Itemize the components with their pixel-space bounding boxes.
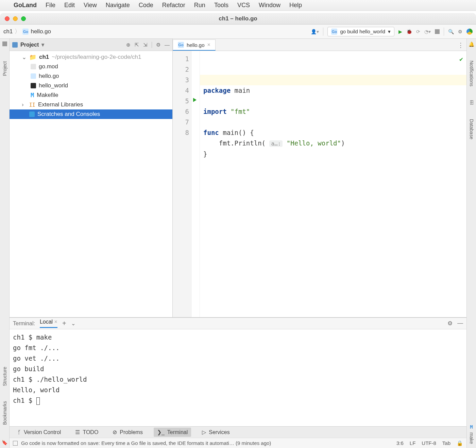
run-button[interactable]: ▶	[398, 29, 402, 34]
tree-external-libraries[interactable]: › ⵊⵊ External Libraries	[10, 100, 172, 109]
go-file-icon	[31, 73, 36, 79]
status-caret-position[interactable]: 3:6	[396, 440, 404, 446]
editor-area: Go hello.go × ⋮ 12345678 ✔ package main …	[173, 39, 466, 317]
jetbrains-toolbox-icon[interactable]	[466, 29, 473, 35]
tree-file-go-mod[interactable]: go.mod	[10, 62, 172, 71]
tree-file-makefile[interactable]: M Makefile	[10, 90, 172, 100]
database-icon[interactable]: 🗄	[469, 100, 474, 105]
folder-icon: 📁	[29, 54, 36, 61]
sidebar-database[interactable]: Database	[469, 119, 474, 139]
status-bar: Go code is now formatted on save: Every …	[10, 438, 466, 448]
menu-run[interactable]: Run	[194, 2, 205, 9]
run-gutter-icon[interactable]	[193, 98, 197, 102]
menu-file[interactable]: File	[46, 2, 55, 9]
run-configuration-selector[interactable]: Go go build hello_world ▾	[327, 27, 394, 36]
menu-edit[interactable]: Edit	[64, 2, 75, 9]
status-line-separator[interactable]: LF	[410, 440, 416, 446]
expand-all-icon[interactable]: ⇱	[135, 42, 139, 48]
library-icon: ⵊⵊ	[29, 101, 35, 108]
terminal-output[interactable]: ch1 $ make go fmt ./... go vet ./... go …	[10, 329, 466, 426]
hide-terminal-icon[interactable]: —	[457, 320, 463, 327]
debug-button[interactable]: 🐞	[406, 29, 412, 34]
tree-scratches[interactable]: Scratches and Consoles	[10, 109, 172, 119]
tree-file-binary[interactable]: hello_world	[10, 81, 172, 90]
tree-scratches-label: Scratches and Consoles	[37, 111, 100, 118]
hide-panel-icon[interactable]: —	[165, 42, 170, 48]
run-toolbar: 👤▾ Go go build hello_world ▾ ▶ 🐞 ⟳ ◔▾ 🔍 …	[311, 27, 473, 36]
search-icon[interactable]: 🔍	[448, 29, 454, 34]
tree-root[interactable]: ⌄ 📁 ch1 ~/projects/learning-go-2e-code/c…	[10, 52, 172, 62]
new-terminal-icon[interactable]: +	[62, 320, 66, 327]
settings-icon[interactable]: ⚙	[458, 29, 462, 34]
tool-version-control[interactable]: ᚶVersion Control	[14, 428, 64, 437]
chevron-down-icon[interactable]: ⌄	[22, 54, 27, 61]
status-message[interactable]: Go code is now formatted on save: Every …	[21, 440, 271, 446]
branch-icon: ᚶ	[18, 429, 21, 435]
editor-tabs[interactable]: Go hello.go × ⋮	[173, 39, 466, 51]
project-tree[interactable]: ⌄ 📁 ch1 ~/projects/learning-go-2e-code/c…	[10, 51, 172, 317]
makefile-icon: M	[31, 92, 34, 99]
sidebar-structure[interactable]: Structure	[2, 367, 7, 386]
status-encoding[interactable]: UTF-8	[422, 440, 436, 446]
menu-vcs[interactable]: VCS	[237, 2, 250, 9]
menu-refactor[interactable]: Refactor	[162, 2, 185, 9]
chevron-down-icon[interactable]: ▾	[41, 41, 44, 48]
menu-code[interactable]: Code	[139, 2, 153, 9]
tool-problems[interactable]: ⊘Problems	[109, 428, 146, 437]
go-file-icon: Go	[178, 42, 184, 48]
tool-terminal[interactable]: ❯_Terminal	[154, 428, 191, 437]
window-title: ch1 – hello.go	[0, 15, 476, 22]
tool-services[interactable]: ▷Services	[199, 428, 233, 437]
editor-tab-hello-go[interactable]: Go hello.go ×	[173, 39, 216, 51]
todo-icon: ☰	[75, 429, 80, 435]
editor-actions-icon[interactable]: ⋮	[458, 41, 464, 49]
status-indent[interactable]: Tab	[442, 440, 451, 446]
tree-file-hello-go[interactable]: hello.go	[10, 71, 172, 81]
profile-icon[interactable]: ◔▾	[424, 29, 431, 34]
close-tab-icon[interactable]: ×	[207, 42, 210, 48]
menu-window[interactable]: Window	[259, 2, 280, 9]
tree-root-path: ~/projects/learning-go-2e-code/ch1	[52, 54, 141, 61]
run-config-label: go build hello_world	[340, 29, 385, 34]
sidebar-make[interactable]: make	[469, 432, 474, 444]
terminal-dropdown-icon[interactable]: ⌄	[71, 320, 75, 327]
collapse-all-icon[interactable]: ⇲	[143, 42, 148, 48]
tree-ext-lib-label: External Libraries	[38, 101, 83, 108]
macos-menubar: GoLand File Edit View Navigate Code Refa…	[0, 0, 476, 11]
inspection-ok-icon[interactable]: ✔	[459, 54, 463, 64]
toolwindow-bar: ᚶVersion Control ☰TODO ⊘Problems ❯_Termi…	[10, 426, 466, 438]
readonly-lock-icon[interactable]: 🔒	[457, 440, 463, 446]
terminal-cursor	[36, 397, 40, 405]
terminal-settings-icon[interactable]: ⚙	[447, 320, 453, 327]
binary-file-icon	[31, 83, 36, 88]
sidebar-bookmarks[interactable]: Bookmarks	[2, 401, 7, 425]
menu-view[interactable]: View	[84, 2, 97, 9]
status-toolwindow-icon[interactable]	[13, 441, 18, 446]
breadcrumb-root[interactable]: ch1	[3, 28, 13, 35]
menu-navigate[interactable]: Navigate	[106, 2, 130, 9]
code-editor[interactable]: 12345678 ✔ package main import "fmt" fun…	[173, 51, 466, 317]
project-view-icon	[12, 42, 18, 48]
breadcrumb-file[interactable]: hello.go	[31, 28, 51, 35]
project-toolwindow-icon[interactable]	[2, 41, 7, 46]
sidebar-project[interactable]: Project	[2, 61, 7, 76]
line-number-gutter: 12345678	[173, 51, 192, 317]
settings-icon[interactable]: ⚙	[156, 42, 160, 48]
stop-button[interactable]	[435, 29, 440, 34]
sidebar-notifications[interactable]: Notifications	[469, 61, 474, 86]
notifications-bell-icon[interactable]: 🔔	[469, 41, 474, 47]
menu-tools[interactable]: Tools	[214, 2, 228, 9]
terminal-title: Terminal:	[13, 321, 35, 327]
locate-icon[interactable]: ⊕	[126, 42, 131, 48]
tree-root-name: ch1	[39, 54, 49, 61]
tool-todo[interactable]: ☰TODO	[72, 428, 102, 437]
project-panel: Project ▾ ⊕ ⇱ ⇲ ⚙ — ⌄ 📁	[10, 39, 173, 317]
run-gutter[interactable]	[192, 51, 200, 317]
breadcrumb[interactable]: ch1 〉 Go hello.go	[3, 28, 51, 35]
menu-help[interactable]: Help	[289, 2, 302, 9]
code-with-me-icon[interactable]: 👤▾	[311, 29, 319, 34]
terminal-tab-local[interactable]: Local ×	[40, 319, 57, 328]
coverage-icon[interactable]: ⟳	[416, 29, 420, 34]
chevron-right-icon[interactable]: ›	[22, 101, 27, 108]
app-name[interactable]: GoLand	[14, 2, 37, 9]
